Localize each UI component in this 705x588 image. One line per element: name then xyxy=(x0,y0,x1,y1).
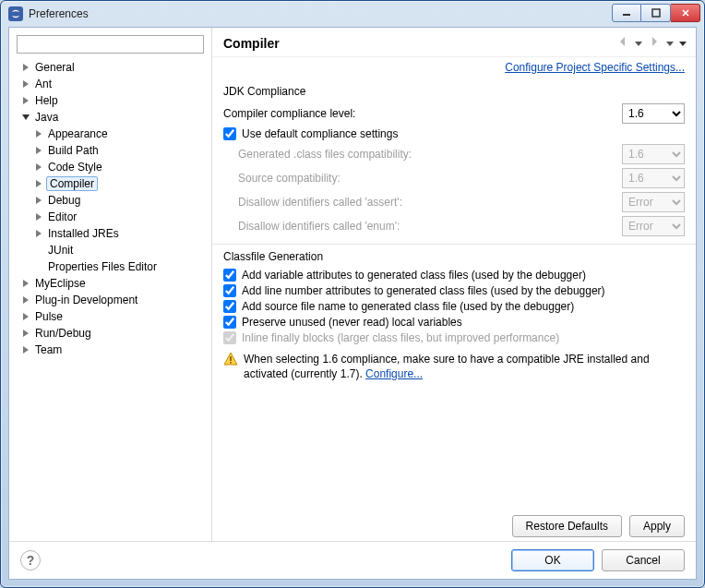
help-button[interactable]: ? xyxy=(20,550,41,570)
window-frame: Preferences GeneralAntHelpJavaAppearance… xyxy=(0,0,705,588)
svg-rect-2 xyxy=(230,356,232,361)
collapse-icon[interactable] xyxy=(20,112,31,123)
generated-compat-select: 1.6 xyxy=(622,144,685,164)
tree-item-label: MyEclipse xyxy=(33,277,88,290)
classfile-group-title: Classfile Generation xyxy=(223,250,685,263)
add-line-checkbox[interactable] xyxy=(223,284,236,297)
assert-select: Error xyxy=(622,192,685,212)
expand-icon[interactable] xyxy=(33,178,44,189)
tree-item-help[interactable]: Help xyxy=(17,92,208,109)
apply-button[interactable]: Apply xyxy=(629,515,685,537)
expand-icon[interactable] xyxy=(20,95,31,106)
tree-item-label: Debug xyxy=(46,194,82,207)
expand-icon[interactable] xyxy=(33,145,44,156)
tree-item-label: Build Path xyxy=(46,144,101,157)
source-compat-select: 1.6 xyxy=(622,168,685,188)
tree-item-appearance[interactable]: Appearance xyxy=(17,126,208,142)
expand-icon[interactable] xyxy=(20,294,31,306)
add-line-label: Add line number attributes to generated … xyxy=(242,284,605,297)
configure-jre-link[interactable]: Configure... xyxy=(365,367,423,380)
title-bar[interactable]: Preferences xyxy=(1,1,704,27)
tree-item-properties-files-editor[interactable]: Properties Files Editor xyxy=(17,258,208,275)
expand-icon[interactable] xyxy=(20,328,31,339)
tree-item-general[interactable]: General xyxy=(17,59,208,76)
tree-item-ant[interactable]: Ant xyxy=(17,76,208,92)
tree-item-label: Code Style xyxy=(46,161,104,174)
expand-icon[interactable] xyxy=(33,128,44,139)
tree-item-label: Help xyxy=(33,94,60,107)
compliance-level-label: Compiler compliance level: xyxy=(223,107,622,120)
inline-label: Inline finally blocks (larger class file… xyxy=(242,331,559,344)
tree-item-editor[interactable]: Editor xyxy=(17,209,208,225)
preserve-checkbox[interactable] xyxy=(223,316,236,329)
add-source-label: Add source file name to generated class … xyxy=(242,300,574,313)
filter-input[interactable] xyxy=(17,35,204,54)
expand-icon[interactable] xyxy=(33,162,44,173)
compliance-level-select[interactable]: 1.6 xyxy=(622,103,685,124)
sidebar: GeneralAntHelpJavaAppearanceBuild PathCo… xyxy=(9,28,212,541)
expand-icon[interactable] xyxy=(20,78,31,90)
expand-icon[interactable] xyxy=(33,228,44,239)
tree-item-java[interactable]: Java xyxy=(17,109,208,126)
expand-icon[interactable] xyxy=(20,344,31,355)
tree-item-label: Editor xyxy=(46,210,78,223)
client-area: GeneralAntHelpJavaAppearanceBuild PathCo… xyxy=(8,27,697,580)
tree-item-team[interactable]: Team xyxy=(17,342,208,358)
add-source-checkbox[interactable] xyxy=(223,300,236,313)
view-menu-icon[interactable] xyxy=(679,37,687,50)
tree-item-debug[interactable]: Debug xyxy=(17,192,208,209)
tree-item-label: Java xyxy=(33,111,60,124)
settings-panel: Compiler Configure Project Specific Sett… xyxy=(212,28,696,541)
forward-icon[interactable] xyxy=(648,35,661,51)
preserve-label: Preserve unused (never read) local varia… xyxy=(242,316,462,329)
use-default-checkbox[interactable] xyxy=(223,127,236,140)
jdk-group-title: JDK Compliance xyxy=(223,85,685,98)
tree-item-installed-jres[interactable]: Installed JREs xyxy=(17,225,208,242)
svg-rect-0 xyxy=(623,14,630,16)
tree-item-label: Team xyxy=(33,343,64,356)
tree-item-label: Ant xyxy=(33,78,54,90)
tree-item-label: Pulse xyxy=(33,310,65,323)
svg-rect-1 xyxy=(652,9,660,17)
expand-icon[interactable] xyxy=(33,195,44,206)
tree-item-label: Installed JREs xyxy=(46,227,121,240)
configure-project-link[interactable]: Configure Project Specific Settings... xyxy=(505,61,685,74)
back-icon[interactable] xyxy=(616,35,629,51)
tree-item-code-style[interactable]: Code Style xyxy=(17,159,208,175)
cancel-button[interactable]: Cancel xyxy=(602,549,685,571)
ok-button[interactable]: OK xyxy=(511,549,594,571)
tree-item-plug-in-development[interactable]: Plug-in Development xyxy=(17,292,208,308)
window-title: Preferences xyxy=(29,7,89,20)
add-var-checkbox[interactable] xyxy=(223,269,236,282)
close-button[interactable] xyxy=(671,4,700,22)
tree-item-label: Properties Files Editor xyxy=(46,260,159,273)
tree-item-label: Appearance xyxy=(46,127,110,140)
assert-label: Disallow identifiers called 'assert': xyxy=(238,196,622,209)
forward-menu-icon[interactable] xyxy=(666,37,674,50)
tree-spacer xyxy=(33,245,44,256)
enum-select: Error xyxy=(622,216,685,236)
warning-icon xyxy=(223,352,238,366)
tree-item-label: Compiler xyxy=(46,176,98,191)
inline-checkbox xyxy=(223,331,236,344)
expand-icon[interactable] xyxy=(33,211,44,222)
use-default-label: Use default compliance settings xyxy=(242,127,398,140)
expand-icon[interactable] xyxy=(20,62,31,73)
restore-defaults-button[interactable]: Restore Defaults xyxy=(512,515,622,537)
tree-item-run/debug[interactable]: Run/Debug xyxy=(17,325,208,342)
expand-icon[interactable] xyxy=(20,311,31,322)
tree-item-pulse[interactable]: Pulse xyxy=(17,308,208,325)
back-menu-icon[interactable] xyxy=(635,37,642,50)
maximize-button[interactable] xyxy=(641,4,671,22)
tree-item-junit[interactable]: JUnit xyxy=(17,242,208,258)
tree-item-label: Run/Debug xyxy=(33,327,93,340)
page-title: Compiler xyxy=(223,36,280,51)
tree-item-myeclipse[interactable]: MyEclipse xyxy=(17,275,208,292)
tree-item-compiler[interactable]: Compiler xyxy=(17,175,208,192)
tree-item-build-path[interactable]: Build Path xyxy=(17,142,208,159)
expand-icon[interactable] xyxy=(20,278,31,289)
preferences-tree[interactable]: GeneralAntHelpJavaAppearanceBuild PathCo… xyxy=(13,59,208,535)
warning-text: When selecting 1.6 compliance, make sure… xyxy=(244,352,681,381)
tree-item-label: Plug-in Development xyxy=(33,294,139,306)
minimize-button[interactable] xyxy=(612,4,641,22)
